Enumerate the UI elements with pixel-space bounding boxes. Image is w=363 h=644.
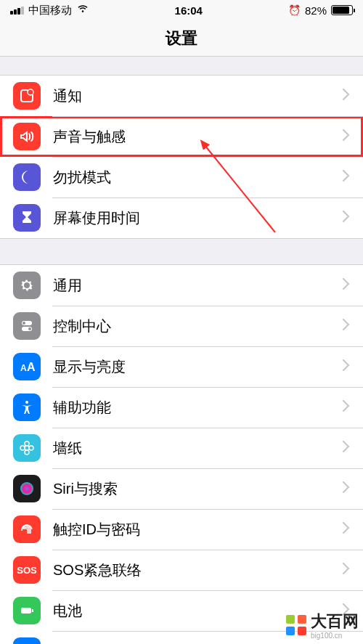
chevron-right-icon <box>343 211 350 225</box>
carrier-label: 中国移动 <box>28 4 72 17</box>
svg-point-10 <box>25 441 29 446</box>
row-label: 辅助功能 <box>53 398 343 417</box>
svg-point-11 <box>25 450 29 455</box>
group-gap <box>0 239 363 264</box>
chevron-right-icon <box>343 359 350 374</box>
settings-group: 通知声音与触感勿扰模式屏幕使用时间 <box>0 75 363 239</box>
chevron-right-icon <box>343 522 350 537</box>
svg-point-8 <box>25 401 28 404</box>
row-label: 显示与亮度 <box>53 357 343 377</box>
settings-group: 通用控制中心AA显示与亮度辅助功能墙纸Siri与搜索触控ID与密码SOSSOS紧… <box>0 264 363 644</box>
settings-row-general[interactable]: 通用 <box>0 265 363 306</box>
fingerprint-icon <box>13 515 41 543</box>
alarm-icon: ⏰ <box>288 4 301 16</box>
svg-point-1 <box>28 89 33 95</box>
row-label: 通知 <box>53 86 343 106</box>
svg-point-14 <box>20 482 33 495</box>
chevron-right-icon <box>343 400 350 415</box>
battery-icon <box>331 5 353 15</box>
row-label: 墙纸 <box>53 439 343 458</box>
svg-text:A: A <box>27 361 36 373</box>
hand-icon <box>13 637 41 644</box>
row-label: SOS紧急联络 <box>53 561 343 580</box>
gear-icon <box>13 272 41 299</box>
watermark-brand: 大百网 <box>311 611 359 632</box>
row-label: 触控ID与密码 <box>53 520 343 539</box>
svg-point-12 <box>20 446 25 450</box>
settings-row-accessibility[interactable]: 辅助功能 <box>0 387 363 428</box>
chevron-right-icon <box>343 89 350 103</box>
settings-row-touchid[interactable]: 触控ID与密码 <box>0 509 363 550</box>
chevron-right-icon <box>343 278 350 293</box>
sos-icon: SOS <box>13 556 41 584</box>
settings-row-notifications[interactable]: 通知 <box>0 76 363 116</box>
text-size-icon: AA <box>13 353 41 380</box>
settings-row-sos[interactable]: SOSSOS紧急联络 <box>0 550 363 590</box>
row-label: 屏幕使用时间 <box>53 208 343 228</box>
chevron-right-icon <box>343 170 350 184</box>
accessibility-icon <box>13 394 41 421</box>
svg-rect-15 <box>21 608 31 614</box>
notification-icon <box>13 82 41 110</box>
watermark-logo-icon <box>286 615 306 635</box>
settings-row-control[interactable]: 控制中心 <box>0 306 363 346</box>
battery-icon <box>13 597 41 624</box>
chevron-right-icon <box>343 563 350 577</box>
settings-row-dnd[interactable]: 勿扰模式 <box>0 157 363 197</box>
sound-icon <box>13 123 41 150</box>
watermark: 大百网 big100.cn <box>286 611 359 640</box>
moon-icon <box>13 163 41 191</box>
settings-row-siri[interactable]: Siri与搜索 <box>0 468 363 509</box>
svg-point-9 <box>25 446 29 450</box>
chevron-right-icon <box>343 481 350 496</box>
settings-row-sound[interactable]: 声音与触感 <box>0 116 363 157</box>
signal-icon <box>10 7 24 15</box>
switches-icon <box>13 312 41 340</box>
status-left: 中国移动 <box>10 2 89 18</box>
clock: 16:04 <box>175 4 203 17</box>
settings-row-display[interactable]: AA显示与亮度 <box>0 346 363 387</box>
chevron-right-icon <box>343 441 350 455</box>
svg-text:A: A <box>20 363 27 373</box>
battery-pct: 82% <box>305 4 327 17</box>
row-label: 隐私 <box>53 642 343 645</box>
flower-icon <box>13 434 41 462</box>
page-title: 设置 <box>0 20 363 57</box>
row-label: 声音与触感 <box>53 127 343 147</box>
settings-row-screentime[interactable]: 屏幕使用时间 <box>0 197 363 238</box>
row-label: 控制中心 <box>53 317 343 336</box>
svg-point-5 <box>28 327 31 330</box>
chevron-right-icon <box>343 319 350 333</box>
svg-point-13 <box>29 446 33 450</box>
group-gap <box>0 57 363 75</box>
chevron-right-icon <box>343 129 350 144</box>
row-label: 通用 <box>53 276 343 295</box>
row-label: Siri与搜索 <box>53 479 343 499</box>
svg-rect-16 <box>32 609 33 612</box>
siri-icon <box>13 475 41 502</box>
hourglass-icon <box>13 204 41 232</box>
status-bar: 中国移动 16:04 ⏰ 82% <box>0 0 363 20</box>
settings-row-wallpaper[interactable]: 墙纸 <box>0 428 363 468</box>
status-right: ⏰ 82% <box>288 4 353 17</box>
wifi-icon <box>76 2 89 18</box>
watermark-url: big100.cn <box>311 632 359 640</box>
svg-point-4 <box>23 322 25 325</box>
row-label: 勿扰模式 <box>53 168 343 187</box>
